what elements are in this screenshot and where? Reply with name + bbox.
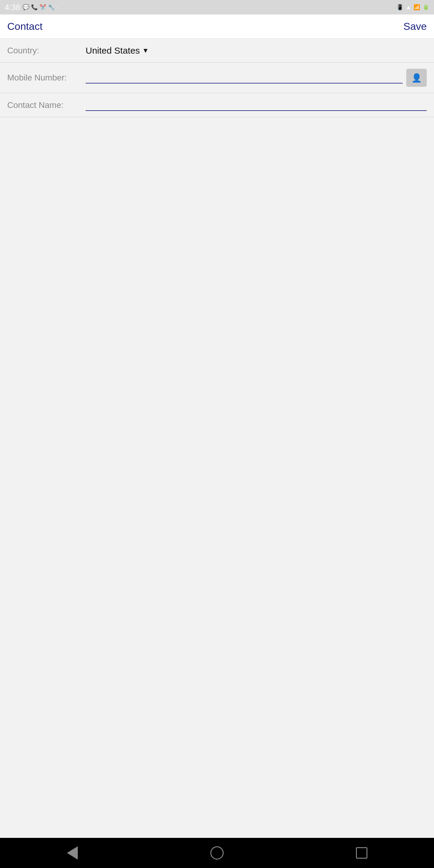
toolbar: Contact Save bbox=[0, 14, 434, 38]
recent-apps-button[interactable] bbox=[350, 841, 374, 865]
dot-icon: · bbox=[56, 4, 58, 10]
phone-icon: 📞 bbox=[31, 4, 38, 10]
wifi-icon: ▲ bbox=[406, 4, 411, 10]
status-left-icons: 💬 📞 ✂️ 🔧 · bbox=[23, 4, 58, 10]
mobile-input-wrapper: 👤 bbox=[86, 69, 427, 87]
contact-name-label: Contact Name: bbox=[7, 100, 86, 110]
form-area: Country: United States ▼ Mobile Number: … bbox=[0, 38, 434, 838]
mobile-label: Mobile Number: bbox=[7, 73, 86, 83]
back-button[interactable] bbox=[60, 841, 84, 865]
country-value: United States bbox=[86, 45, 140, 56]
contact-name-input[interactable] bbox=[86, 99, 427, 111]
mobile-number-input[interactable] bbox=[86, 72, 403, 84]
vibrate-icon: 📳 bbox=[397, 4, 403, 10]
status-bar: 4:38 💬 📞 ✂️ 🔧 · 📳 ▲ 📶 🔋 bbox=[0, 0, 434, 14]
status-right: 📳 ▲ 📶 🔋 bbox=[397, 4, 429, 10]
battery-icon: 🔋 bbox=[423, 4, 429, 10]
contact-name-row: Contact Name: bbox=[0, 93, 434, 117]
status-time: 4:38 bbox=[5, 3, 20, 12]
home-icon bbox=[210, 846, 224, 860]
mobile-number-row: Mobile Number: 👤 bbox=[0, 63, 434, 93]
signal-icon: 📶 bbox=[413, 4, 420, 10]
contacts-button[interactable]: 👤 bbox=[406, 69, 427, 87]
wrench-icon: 🔧 bbox=[48, 4, 55, 10]
save-button[interactable]: Save bbox=[404, 21, 427, 32]
contacts-icon: 👤 bbox=[411, 73, 422, 83]
home-button[interactable] bbox=[205, 841, 229, 865]
page-title: Contact bbox=[7, 21, 42, 32]
country-label: Country: bbox=[7, 46, 86, 56]
chevron-down-icon: ▼ bbox=[142, 47, 149, 55]
whatsapp-icon: 💬 bbox=[23, 4, 29, 10]
back-icon bbox=[67, 846, 78, 860]
nav-bar bbox=[0, 838, 434, 868]
country-row: Country: United States ▼ bbox=[0, 38, 434, 63]
recent-apps-icon bbox=[356, 847, 367, 859]
status-left: 4:38 💬 📞 ✂️ 🔧 · bbox=[5, 3, 58, 12]
country-select[interactable]: United States ▼ bbox=[86, 45, 427, 56]
tools-icon: ✂️ bbox=[39, 4, 46, 10]
